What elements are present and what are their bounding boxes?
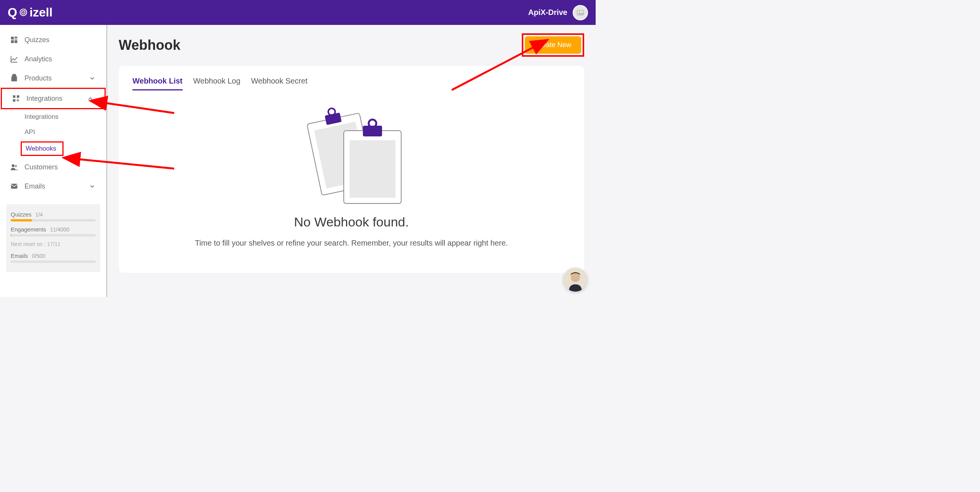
svg-rect-8: [11, 40, 14, 43]
brand-logo[interactable]: Q izell: [8, 5, 52, 20]
sidebar-item-label: Products: [24, 74, 52, 82]
chevron-down-icon: [88, 182, 96, 190]
image-placeholder-icon: [576, 8, 585, 17]
sidebar-item-products[interactable]: Products: [0, 69, 106, 88]
sidebar-item-label: Emails: [24, 182, 45, 190]
page-title: Webhook: [119, 37, 180, 53]
svg-rect-21: [350, 140, 395, 198]
topbar: Q izell ApiX-Drive: [0, 0, 596, 25]
stat-emails: Emails 0/500: [11, 253, 96, 259]
bag-icon: [10, 74, 18, 82]
stat-engagements: Engagements 11/4000: [11, 226, 96, 233]
grid-plus-icon: [12, 94, 20, 103]
main-content: Webhook Create New Webhook List Webhook …: [107, 25, 596, 297]
sidebar-item-label: Analytics: [24, 55, 52, 63]
sidebar-item-analytics[interactable]: Analytics: [0, 49, 106, 69]
svg-rect-12: [13, 99, 15, 102]
tab-webhook-secret[interactable]: Webhook Secret: [251, 77, 308, 90]
sidebar: Quizzes Analytics Products Integrations …: [0, 25, 107, 297]
tab-webhook-list[interactable]: Webhook List: [132, 77, 183, 90]
stat-quizzes: Quizzes 1/4: [11, 211, 96, 218]
svg-point-19: [328, 108, 336, 116]
webhook-card: Webhook List Webhook Log Webhook Secret: [119, 66, 584, 273]
sidebar-item-emails[interactable]: Emails: [0, 177, 106, 196]
avatar[interactable]: [573, 5, 588, 20]
svg-rect-11: [17, 95, 19, 98]
svg-point-2: [23, 12, 24, 13]
empty-state: No Webhook found. Time to fill your shel…: [132, 102, 570, 248]
svg-rect-10: [13, 95, 15, 98]
reset-note: Next reset on : 17/11: [11, 241, 96, 247]
sidebar-subitem-integrations[interactable]: Integrations: [0, 109, 106, 125]
stat-engagements-bar: [11, 234, 96, 236]
tab-webhook-log[interactable]: Webhook Log: [193, 77, 240, 90]
create-new-button[interactable]: Create New: [525, 36, 581, 54]
user-area: ApiX-Drive: [528, 5, 588, 20]
svg-rect-7: [15, 39, 17, 39]
username: ApiX-Drive: [528, 8, 567, 17]
sidebar-subitem-api[interactable]: API: [0, 125, 106, 140]
svg-rect-5: [11, 37, 14, 39]
target-icon: [18, 7, 28, 16]
empty-subtitle: Time to fill your shelves or refine your…: [195, 239, 508, 248]
tabs: Webhook List Webhook Log Webhook Secret: [132, 77, 570, 90]
analytics-icon: [10, 55, 18, 63]
usage-stats: Quizzes 1/4 Engagements 11/4000 Next res…: [6, 204, 100, 272]
people-icon: [10, 163, 18, 171]
svg-point-14: [15, 165, 17, 167]
empty-title: No Webhook found.: [294, 215, 409, 230]
support-chat-avatar[interactable]: [564, 268, 587, 292]
dashboard-icon: [10, 36, 18, 44]
svg-point-13: [12, 164, 15, 167]
sidebar-item-customers[interactable]: Customers: [0, 157, 106, 177]
chevron-down-icon: [88, 74, 96, 82]
svg-rect-9: [15, 40, 17, 43]
stat-quizzes-bar: [11, 219, 96, 221]
stat-emails-bar: [11, 261, 96, 263]
sidebar-item-integrations[interactable]: Integrations: [1, 88, 106, 109]
svg-point-4: [579, 11, 580, 12]
sidebar-item-label: Integrations: [26, 95, 62, 103]
empty-clipboard-icon: [298, 102, 405, 205]
sidebar-subitem-webhooks[interactable]: Webhooks: [21, 141, 64, 156]
svg-rect-15: [11, 184, 18, 189]
svg-rect-6: [15, 37, 17, 38]
sidebar-item-label: Quizzes: [24, 36, 49, 44]
create-new-highlight: Create New: [522, 33, 584, 57]
sidebar-item-quizzes[interactable]: Quizzes: [0, 30, 106, 49]
sidebar-item-label: Customers: [24, 163, 58, 171]
person-icon: [566, 271, 585, 292]
chevron-up-icon: [86, 94, 95, 103]
svg-point-27: [571, 273, 580, 282]
mail-icon: [10, 182, 18, 190]
